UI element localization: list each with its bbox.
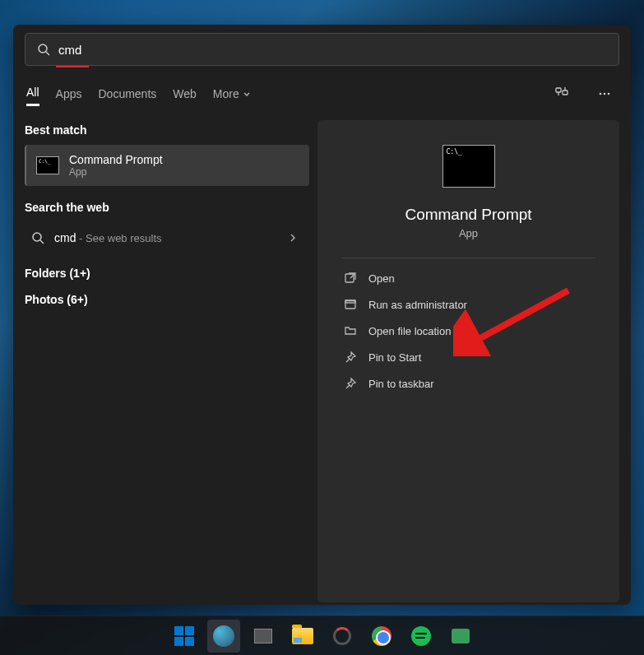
tab-more-label: More [213,87,239,100]
tab-web[interactable]: Web [173,84,197,104]
search-panel: All Apps Documents Web More Best match C… [13,25,631,605]
preview-panel: Command Prompt App Open Run as administr… [317,120,619,602]
photos-section[interactable]: Photos (6+) [25,293,309,306]
taskview-icon [254,629,272,643]
pin-icon [344,377,357,390]
taskbar-taskview[interactable] [247,620,280,653]
taskbar-chat[interactable] [444,620,477,653]
explorer-icon [292,628,313,644]
svg-rect-3 [563,91,568,95]
settings-icon [554,86,569,101]
taskbar-search[interactable] [207,620,240,653]
svg-rect-11 [345,274,354,282]
search-icon [37,43,50,56]
svg-point-9 [33,233,41,241]
chevron-right-icon [288,233,298,243]
web-suffix: - See web results [76,232,161,244]
action-run-administrator[interactable]: Run as administrator [342,291,595,318]
svg-point-6 [600,93,602,95]
svg-rect-14 [345,300,355,303]
search-icon [213,625,234,647]
actions-list: Open Run as administrator Open file loca… [331,265,606,397]
action-open-file-location[interactable]: Open file location [342,318,595,344]
tab-more[interactable]: More [213,84,251,104]
svg-line-10 [40,240,44,244]
annotation-underline [56,66,89,67]
open-icon [344,272,357,285]
tab-documents[interactable]: Documents [98,84,156,104]
admin-icon [344,298,357,311]
web-query: cmd [54,231,76,244]
action-label: Run as administrator [368,299,467,311]
more-icon [597,86,612,101]
spotify-icon [411,626,431,646]
best-match-subtitle: App [69,166,163,178]
command-prompt-icon-large [442,145,495,188]
best-match-header: Best match [25,123,309,137]
tab-apps[interactable]: Apps [56,84,82,104]
taskbar-explorer[interactable] [286,620,319,653]
chrome-icon [372,626,391,646]
svg-point-0 [39,44,47,53]
action-pin-taskbar[interactable]: Pin to taskbar [342,370,595,397]
taskbar [0,616,644,655]
svg-point-8 [608,93,610,95]
svg-rect-2 [556,88,561,92]
tab-all[interactable]: All [26,82,39,106]
command-prompt-icon [36,156,59,174]
settings-button[interactable] [549,81,575,107]
search-input[interactable] [58,43,607,57]
chat-icon [452,629,470,643]
action-label: Open [368,272,395,285]
more-button[interactable] [591,81,618,107]
taskbar-spotify[interactable] [405,620,438,653]
circle-icon [333,627,351,645]
chevron-down-icon [243,90,251,98]
folders-section[interactable]: Folders (1+) [25,267,309,280]
action-label: Open file location [368,325,451,337]
divider [341,258,595,258]
windows-icon [174,626,194,646]
search-web-item[interactable]: cmd - See web results [25,222,309,253]
search-box[interactable] [25,33,619,66]
preview-subtitle: App [459,227,478,239]
svg-point-7 [604,93,606,95]
results-column: Best match Command Prompt App Search the… [25,120,309,602]
search-icon [31,231,44,244]
folder-icon [344,324,357,337]
action-pin-start[interactable]: Pin to Start [342,344,595,370]
taskbar-chrome[interactable] [365,620,398,653]
action-label: Pin to Start [368,351,421,364]
pin-icon [344,351,357,364]
action-open[interactable]: Open [342,265,595,291]
preview-title: Command Prompt [405,206,531,224]
start-button[interactable] [168,620,201,653]
best-match-title: Command Prompt [69,153,163,166]
svg-line-1 [46,52,49,55]
best-match-command-prompt[interactable]: Command Prompt App [25,145,309,186]
search-web-header: Search the web [25,201,309,214]
taskbar-app-1[interactable] [326,620,359,653]
action-label: Pin to taskbar [368,378,434,390]
tabs-row: All Apps Documents Web More [25,81,619,107]
